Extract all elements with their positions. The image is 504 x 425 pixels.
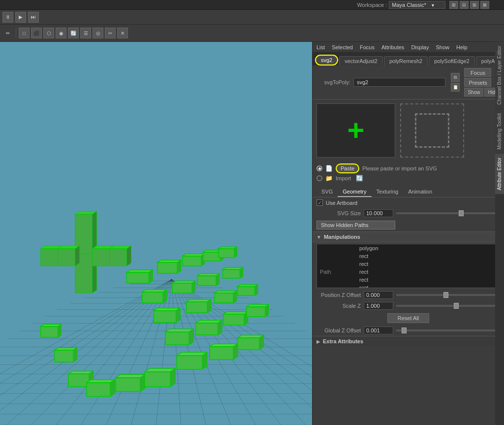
side-tab-modelling[interactable]: Modelling Toolkit [495, 109, 504, 154]
toolbar2: ✏ □ ⬛ ⬡ ◉ 🔄 ☰ ◎ ✂ ✕ [0, 25, 504, 42]
close-icon[interactable]: ✕ [117, 28, 128, 38]
list-item[interactable]: rect [317, 260, 500, 268]
tab-vectoradjust[interactable]: vectorAdjust2 [339, 56, 383, 65]
list-path-label [320, 285, 340, 288]
paste-button[interactable]: Paste [336, 163, 359, 173]
extra-attributes-title: Extra Attributes [323, 338, 363, 344]
select4-icon[interactable]: ◉ [56, 28, 66, 38]
manipulations-list[interactable]: polygon rect rect Path rect rect [316, 244, 500, 288]
global-z-handle[interactable] [402, 327, 407, 333]
list-item[interactable]: rect [317, 276, 500, 284]
focus-button[interactable]: Focus [464, 68, 491, 77]
list-item[interactable]: rect [317, 284, 500, 288]
section-tab-geometry[interactable]: Geometry [338, 187, 371, 197]
presets-button[interactable]: Presets [464, 78, 491, 87]
position-z-input[interactable] [364, 291, 393, 299]
paint-icon[interactable]: ☰ [80, 28, 91, 38]
paste-folder-icon: 📄 [325, 165, 333, 172]
list-item[interactable]: Path rect [317, 268, 500, 276]
side-tab-channel-box[interactable]: Channel Box / Layer Editor [495, 42, 504, 109]
toolbar-sep-1 [16, 28, 16, 38]
menu-attributes[interactable]: Attributes [380, 44, 406, 50]
list-type: rect [359, 261, 368, 267]
play-icon[interactable]: ▶ [15, 12, 26, 23]
use-artboard-checkbox[interactable] [316, 199, 323, 206]
top-icon-4[interactable]: ⊠ [480, 1, 489, 9]
manipulations-header[interactable]: ▼ Manipulations [313, 231, 504, 242]
position-z-handle[interactable] [443, 292, 448, 298]
svg-size-handle[interactable] [459, 210, 464, 216]
import-radio[interactable] [316, 175, 322, 181]
panel-menu: List Selected Focus Attributes Display S… [313, 42, 504, 53]
pause-icon[interactable]: ⏸ [2, 12, 13, 23]
section-tab-svg[interactable]: SVG [316, 187, 338, 197]
workspace-dropdown-arrow[interactable]: ▼ [431, 3, 435, 8]
global-z-input[interactable] [364, 327, 393, 334]
menu-selected[interactable]: Selected [330, 44, 354, 50]
select-icon[interactable]: □ [19, 28, 30, 38]
copy-input-icon[interactable]: ⧉ [451, 73, 460, 82]
soft-icon[interactable]: ◎ [93, 28, 103, 38]
extra-attributes-header[interactable]: ▶ Extra Attributes [313, 336, 504, 346]
use-artboard-row: Use Artboard [313, 197, 504, 208]
scale-z-handle[interactable] [454, 303, 459, 309]
tab-polyremesh[interactable]: polyRemesh2 [384, 56, 428, 65]
menu-display[interactable]: Display [410, 44, 430, 50]
global-z-track[interactable] [396, 329, 500, 331]
tab-polysoftedge[interactable]: polySoftEdge2 [429, 56, 475, 65]
list-path-label [320, 245, 340, 251]
side-tab-attribute-editor[interactable]: Attribute Editor [495, 154, 504, 194]
svg-size-input[interactable] [364, 209, 393, 217]
position-z-track[interactable] [396, 294, 500, 296]
svgtopoly-input[interactable] [353, 78, 445, 87]
paste-radio[interactable] [316, 165, 322, 171]
skip-icon[interactable]: ⏭ [28, 12, 39, 23]
preview-plus-box: + [316, 103, 395, 158]
top-icon-1[interactable]: ⊞ [449, 1, 458, 9]
scale-z-label: Scale Z [316, 303, 361, 309]
list-item[interactable]: polygon [317, 244, 500, 252]
show-button[interactable]: Show [464, 88, 483, 97]
top-icon-2[interactable]: ⊟ [460, 1, 469, 9]
tab-row: svg2 vectorAdjust2 polyRemesh2 polySoftE… [313, 53, 504, 65]
list-type: rect [359, 277, 368, 283]
section-tab-texturing[interactable]: Texturing [372, 187, 404, 197]
menu-help[interactable]: Help [455, 44, 469, 50]
manipulations-arrow-icon: ▼ [316, 234, 321, 240]
reset-all-button[interactable]: Reset All [387, 313, 429, 323]
preview-dashed-box [400, 103, 464, 158]
list-path-label [320, 253, 340, 259]
import-folder-icon: 📁 [325, 175, 333, 182]
section-tab-animation[interactable]: Animation [403, 187, 437, 197]
workspace-value-text: Maya Classic* [392, 2, 426, 8]
refresh-icon[interactable]: 🔄 [356, 175, 363, 182]
menu-show[interactable]: Show [434, 44, 451, 50]
workspace-dropdown[interactable]: Maya Classic* ▼ [389, 1, 445, 9]
list-item[interactable]: rect [317, 252, 500, 260]
scale-z-input[interactable] [364, 302, 393, 310]
lasso-icon[interactable]: 🔄 [68, 28, 79, 38]
tab-svg2[interactable]: svg2 [315, 55, 338, 65]
edit-icon[interactable]: ✏ [2, 28, 13, 38]
use-artboard-label: Use Artboard [326, 200, 357, 206]
select3-icon[interactable]: ⬡ [43, 28, 54, 38]
show-hidden-button[interactable]: Show Hidden Paths [316, 221, 395, 229]
menu-list[interactable]: List [315, 44, 326, 50]
right-panel: List Selected Focus Attributes Display S… [312, 42, 504, 425]
viewport-canvas [0, 42, 312, 425]
top-icon-3[interactable]: ⊞ [470, 1, 479, 9]
svgtopoly-label: svgToPoly: [316, 79, 350, 85]
menu-focus[interactable]: Focus [358, 44, 376, 50]
select2-icon[interactable]: ⬛ [31, 28, 42, 38]
import-row: 📁 Import 🔄 [316, 175, 500, 182]
preview-plus-symbol: + [347, 116, 364, 145]
position-z-label: Position Z Offset [316, 292, 361, 298]
cut-icon[interactable]: ✂ [105, 28, 116, 38]
svg-size-track[interactable] [396, 212, 500, 214]
toolbar1: ⏸ ▶ ⏭ [0, 10, 504, 25]
scale-z-track[interactable] [396, 305, 500, 307]
viewport[interactable] [0, 42, 312, 425]
paste-input-icon[interactable]: 📋 [451, 83, 460, 92]
list-type: rect [359, 285, 368, 288]
panel-content: svgToPoly: ⧉ 📋 Focus Presets Show Hide [313, 65, 504, 425]
